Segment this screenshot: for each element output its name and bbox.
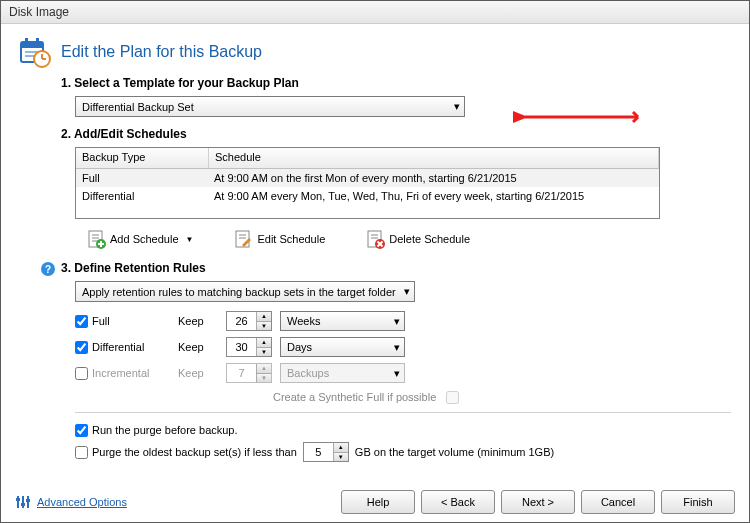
- retention-row-incremental: Incremental Keep 7▲▼ Backups▾: [75, 360, 731, 386]
- purge-oldest-checkbox[interactable]: Purge the oldest backup set(s) if less t…: [75, 446, 297, 459]
- advanced-options-link[interactable]: Advanced Options: [15, 494, 127, 510]
- incremental-value-spinner: 7▲▼: [226, 363, 272, 383]
- cancel-button[interactable]: Cancel: [581, 490, 655, 514]
- incremental-unit-dropdown: Backups▾: [280, 363, 405, 383]
- footer-buttons: Help < Back Next > Cancel Finish: [341, 490, 735, 514]
- chevron-down-icon: ▾: [394, 367, 400, 380]
- keep-label: Keep: [178, 367, 218, 379]
- add-schedule-label: Add Schedule: [110, 233, 179, 245]
- schedule-edit-icon: [233, 229, 253, 249]
- spin-down-icon: ▼: [257, 374, 271, 383]
- cell-type: Differential: [76, 189, 208, 203]
- spin-down-icon[interactable]: ▼: [257, 322, 271, 331]
- spin-down-icon[interactable]: ▼: [257, 348, 271, 357]
- section2-header: 2. Add/Edit Schedules: [61, 127, 731, 141]
- svg-rect-33: [26, 499, 30, 502]
- synthetic-full-row: Create a Synthetic Full if possible: [273, 386, 731, 408]
- next-button[interactable]: Next >: [501, 490, 575, 514]
- add-schedule-button[interactable]: Add Schedule ▼: [86, 229, 193, 249]
- dialog-window: Disk Image Edit the Plan for this Backup…: [0, 0, 750, 523]
- spin-down-icon[interactable]: ▼: [334, 453, 348, 462]
- purge-options: Run the purge before backup. Purge the o…: [75, 419, 731, 463]
- page-header: Edit the Plan for this Backup: [19, 36, 731, 68]
- section1-header: 1. Select a Template for your Backup Pla…: [61, 76, 731, 90]
- run-purge-checkbox[interactable]: Run the purge before backup.: [75, 424, 238, 437]
- back-button[interactable]: < Back: [421, 490, 495, 514]
- section3-header: 3. Define Retention Rules: [61, 261, 731, 275]
- retention-rule-value: Apply retention rules to matching backup…: [82, 286, 396, 298]
- spin-up-icon[interactable]: ▲: [257, 338, 271, 348]
- edit-schedule-label: Edit Schedule: [257, 233, 325, 245]
- divider: [75, 412, 731, 413]
- schedule-add-icon: [86, 229, 106, 249]
- svg-rect-32: [21, 503, 25, 506]
- retention-row-full: Full Keep 26▲▼ Weeks▾: [75, 308, 731, 334]
- calendar-clock-icon: [19, 36, 51, 68]
- purge-gb-spinner[interactable]: 5▲▼: [303, 442, 349, 462]
- titlebar: Disk Image: [1, 1, 749, 24]
- finish-button[interactable]: Finish: [661, 490, 735, 514]
- content-area: Edit the Plan for this Backup 1. Select …: [1, 24, 749, 471]
- delete-schedule-button[interactable]: Delete Schedule: [365, 229, 470, 249]
- template-value: Differential Backup Set: [82, 101, 194, 113]
- chevron-down-icon: ▼: [186, 235, 194, 244]
- col-backup-type[interactable]: Backup Type: [76, 148, 209, 168]
- svg-rect-31: [16, 498, 20, 501]
- cell-schedule: At 9:00 AM on the first Mon of every mon…: [208, 171, 659, 185]
- spin-up-icon: ▲: [257, 364, 271, 374]
- svg-rect-3: [36, 38, 39, 44]
- sliders-icon: [15, 494, 31, 510]
- chevron-down-icon: ▾: [404, 285, 410, 298]
- schedule-delete-icon: [365, 229, 385, 249]
- help-button[interactable]: Help: [341, 490, 415, 514]
- edit-schedule-button[interactable]: Edit Schedule: [233, 229, 325, 249]
- full-value-spinner[interactable]: 26▲▼: [226, 311, 272, 331]
- retention-row-differential: Differential Keep 30▲▼ Days▾: [75, 334, 731, 360]
- template-dropdown[interactable]: Differential Backup Set ▾: [75, 96, 465, 117]
- keep-label: Keep: [178, 315, 218, 327]
- cell-type: Full: [76, 171, 208, 185]
- help-icon[interactable]: ?: [41, 262, 55, 276]
- retention-grid: Full Keep 26▲▼ Weeks▾ Differential Keep …: [75, 308, 731, 408]
- incremental-checkbox[interactable]: Incremental: [75, 367, 170, 380]
- advanced-options-label: Advanced Options: [37, 496, 127, 508]
- schedule-table: Backup Type Schedule Full At 9:00 AM on …: [75, 147, 660, 219]
- purge-suffix: GB on the target volume (minimum 1GB): [355, 446, 554, 458]
- svg-rect-1: [21, 42, 43, 48]
- schedule-buttons: Add Schedule ▼ Edit Schedule Delete Sche…: [61, 229, 731, 249]
- full-unit-dropdown[interactable]: Weeks▾: [280, 311, 405, 331]
- table-header: Backup Type Schedule: [76, 148, 659, 169]
- chevron-down-icon: ▾: [394, 315, 400, 328]
- spin-up-icon[interactable]: ▲: [257, 312, 271, 322]
- table-row[interactable]: Differential At 9:00 AM every Mon, Tue, …: [76, 187, 659, 205]
- synthetic-checkbox: [446, 391, 459, 404]
- table-row[interactable]: Full At 9:00 AM on the first Mon of ever…: [76, 169, 659, 187]
- differential-unit-dropdown[interactable]: Days▾: [280, 337, 405, 357]
- chevron-down-icon: ▾: [454, 100, 460, 113]
- differential-value-spinner[interactable]: 30▲▼: [226, 337, 272, 357]
- spin-up-icon[interactable]: ▲: [334, 443, 348, 453]
- footer: Advanced Options Help < Back Next > Canc…: [15, 490, 735, 514]
- window-title: Disk Image: [9, 5, 69, 19]
- differential-checkbox[interactable]: Differential: [75, 341, 170, 354]
- full-checkbox[interactable]: Full: [75, 315, 170, 328]
- sections: 1. Select a Template for your Backup Pla…: [19, 76, 731, 463]
- chevron-down-icon: ▾: [394, 341, 400, 354]
- col-schedule[interactable]: Schedule: [209, 148, 659, 168]
- delete-schedule-label: Delete Schedule: [389, 233, 470, 245]
- svg-rect-2: [25, 38, 28, 44]
- cell-schedule: At 9:00 AM every Mon, Tue, Wed, Thu, Fri…: [208, 189, 659, 203]
- page-title: Edit the Plan for this Backup: [61, 43, 262, 61]
- retention-rule-dropdown[interactable]: Apply retention rules to matching backup…: [75, 281, 415, 302]
- synthetic-label: Create a Synthetic Full if possible: [273, 391, 436, 403]
- keep-label: Keep: [178, 341, 218, 353]
